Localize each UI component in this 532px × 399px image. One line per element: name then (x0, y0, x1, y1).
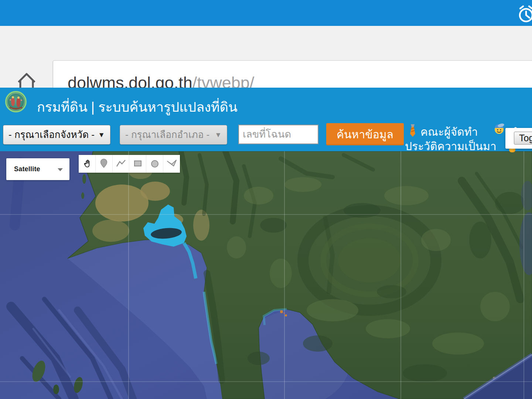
satellite-imagery (0, 151, 532, 399)
map-canvas[interactable]: Satellite (0, 151, 532, 399)
link-history[interactable]: ประวัติความเป็นมา (405, 138, 497, 155)
map-layer-value: Satellite (14, 165, 40, 173)
screen: dolwms.dol.go.th/tvwebp/ (0, 0, 532, 399)
province-select-value: - กรุณาเลือกจังหวัด - (8, 129, 95, 140)
polygon-icon (166, 159, 177, 169)
site-header: กรมที่ดิน | ระบบค้นหารูปแปลงที่ดิน - กรุ… (0, 88, 532, 151)
tool-pan-hand-button[interactable] (79, 155, 96, 173)
android-status-bar (0, 0, 532, 26)
district-select-value: - กรุณาเลือกอำเภอ - (125, 129, 209, 140)
circle-icon (150, 159, 160, 169)
tool-polyline-button[interactable] (113, 155, 130, 173)
alarm-clock-icon (515, 3, 532, 25)
deed-number-input[interactable] (238, 125, 318, 144)
worker-icon (494, 122, 505, 135)
province-select[interactable]: - กรุณาเลือกจังหวัด - ▼ (3, 125, 110, 145)
rectangle-icon (133, 159, 143, 169)
page-title: กรมที่ดิน | ระบบค้นหารูปแปลงที่ดิน (37, 97, 238, 118)
search-button[interactable]: ค้นหาข้อมูล (326, 123, 404, 145)
tool-circle-button[interactable] (146, 155, 163, 173)
tool-polygon-button[interactable] (163, 155, 180, 173)
tool-marker-button[interactable] (96, 155, 113, 173)
district-select[interactable]: - กรุณาเลือกอำเภอ - ▼ (120, 125, 227, 145)
department-of-lands-seal (5, 91, 27, 112)
necktie-icon (409, 124, 417, 138)
caret-down-icon: ▼ (98, 125, 105, 144)
pan-hand-icon (82, 158, 92, 170)
polyline-icon (116, 159, 126, 169)
map-layer-selector[interactable]: Satellite (6, 158, 69, 180)
toggle-button[interactable]: Tog (514, 132, 532, 145)
toggle-panel: Tog (505, 128, 532, 149)
marker-pin-icon (99, 158, 108, 170)
caret-down-icon: ▼ (215, 125, 222, 144)
browser-address-bar: dolwms.dol.go.th/tvwebp/ (0, 26, 532, 88)
tool-rectangle-button[interactable] (129, 155, 146, 173)
caret-down-icon (58, 168, 63, 171)
drawing-toolbar (79, 155, 180, 173)
